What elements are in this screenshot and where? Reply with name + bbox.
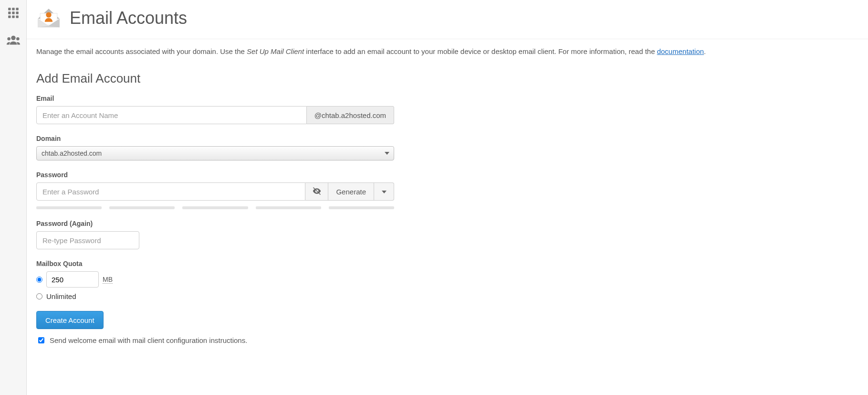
page-title: Email Accounts [70, 8, 187, 28]
caret-down-icon [382, 188, 387, 196]
add-email-form: Email @chtab.a2hosted.com Domain chtab.a… [36, 95, 394, 345]
quota-label: Mailbox Quota [36, 260, 394, 267]
password-input[interactable] [36, 182, 305, 201]
intro-text: Manage the email accounts associated wit… [36, 46, 858, 57]
email-accounts-icon [36, 5, 61, 31]
svg-rect-4 [12, 11, 14, 14]
send-welcome-checkbox[interactable] [38, 337, 44, 343]
password-again-label: Password (Again) [36, 220, 394, 227]
quota-unlimited-label: Unlimited [46, 292, 76, 300]
password-label: Password [36, 171, 394, 179]
documentation-link[interactable]: documentation [657, 47, 704, 55]
generate-password-button[interactable]: Generate [328, 182, 374, 201]
create-account-button[interactable]: Create Account [36, 311, 104, 329]
email-domain-suffix: @chtab.a2hosted.com [307, 106, 394, 124]
apps-icon[interactable] [4, 4, 22, 23]
svg-rect-6 [8, 15, 10, 18]
svg-rect-3 [8, 11, 10, 14]
svg-point-9 [11, 36, 15, 40]
generate-options-button[interactable] [374, 182, 394, 201]
password-again-input[interactable] [36, 231, 139, 249]
eye-slash-icon [312, 186, 322, 197]
domain-select[interactable]: chtab.a2hosted.com [36, 146, 394, 160]
svg-point-14 [46, 12, 51, 17]
svg-rect-8 [16, 15, 18, 18]
svg-rect-0 [8, 8, 10, 10]
email-input[interactable] [36, 106, 307, 124]
quota-unit: MB [103, 276, 113, 284]
main-content: Email Accounts Manage the email accounts… [27, 0, 868, 395]
svg-rect-1 [12, 8, 14, 10]
svg-point-11 [16, 37, 20, 41]
email-label: Email [36, 95, 394, 102]
page-header: Email Accounts [27, 0, 868, 39]
toggle-password-visibility-button[interactable] [305, 182, 328, 201]
domain-label: Domain [36, 135, 394, 142]
users-icon[interactable] [3, 31, 23, 51]
svg-point-10 [7, 37, 10, 41]
send-welcome-label: Send welcome email with mail client conf… [50, 336, 247, 344]
section-title: Add Email Account [36, 71, 858, 86]
quota-unlimited-radio[interactable] [36, 293, 42, 299]
quota-value-input[interactable] [46, 271, 99, 288]
svg-rect-7 [12, 15, 14, 18]
password-strength-meter [36, 206, 394, 209]
svg-rect-2 [16, 8, 18, 10]
svg-marker-20 [382, 191, 387, 193]
svg-rect-5 [16, 11, 18, 14]
quota-limited-radio[interactable] [36, 277, 42, 283]
left-sidebar [0, 0, 27, 395]
